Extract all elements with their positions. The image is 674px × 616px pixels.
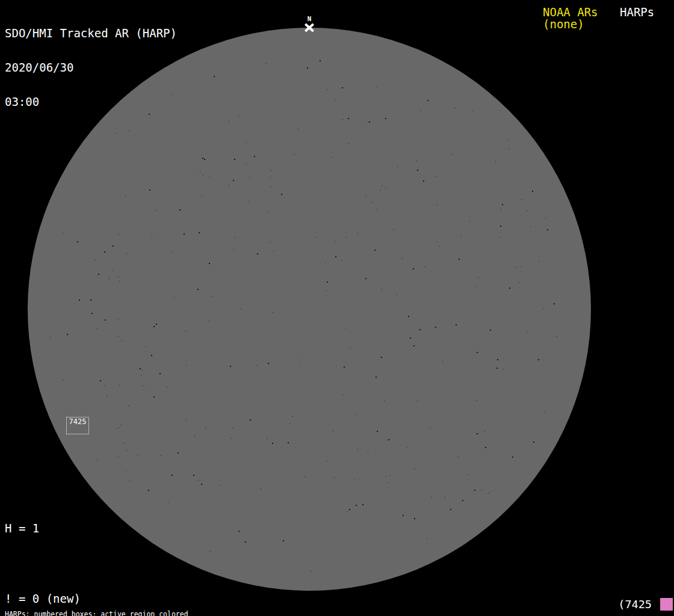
- magnetogram-speckle: [397, 166, 398, 167]
- magnetogram-speckle: [126, 472, 126, 472]
- magnetogram-speckle: [538, 359, 539, 360]
- magnetogram-speckle: [388, 482, 388, 483]
- magnetogram-speckle: [342, 395, 343, 395]
- magnetogram-speckle: [118, 319, 119, 319]
- magnetogram-speckle: [503, 369, 504, 369]
- magnetogram-speckle: [94, 260, 95, 260]
- magnetogram-speckle: [430, 427, 431, 428]
- magnetogram-speckle: [435, 327, 436, 328]
- magnetogram-speckle: [527, 332, 528, 333]
- magnetogram-speckle: [200, 171, 200, 172]
- magnetogram-speckle: [229, 121, 229, 122]
- magnetogram-speckle: [203, 174, 203, 175]
- magnetogram-speckle: [79, 300, 80, 301]
- magnetogram-speckle: [172, 251, 173, 252]
- magnetogram-speckle: [267, 439, 267, 439]
- date-label: 2020/06/30: [5, 62, 177, 73]
- magnetogram-speckle: [532, 191, 533, 192]
- magnetogram-speckle: [416, 161, 417, 161]
- page-title: SDO/HMI Tracked AR (HARP): [5, 28, 177, 39]
- magnetogram-speckle: [155, 210, 156, 211]
- magnetogram-speckle: [509, 149, 510, 149]
- magnetogram-speckle: [477, 400, 477, 401]
- magnetogram-speckle: [292, 416, 293, 417]
- magnetogram-speckle: [462, 500, 463, 501]
- magnetogram-speckle: [142, 370, 143, 371]
- magnetogram-speckle: [403, 515, 404, 516]
- magnetogram-speckle: [427, 100, 428, 101]
- magnetogram-speckle: [107, 396, 107, 396]
- magnetogram-speckle: [496, 368, 498, 369]
- magnetogram-speckle: [371, 202, 372, 203]
- magnetogram-speckle: [128, 405, 129, 406]
- magnetogram-speckle: [268, 211, 269, 212]
- magnetogram-speckle: [256, 365, 257, 366]
- magnetogram-speckle: [488, 493, 489, 494]
- magnetogram-speckle: [249, 177, 250, 178]
- magnetogram-speckle: [445, 497, 445, 497]
- magnetogram-speckle: [417, 401, 418, 401]
- north-label: N: [304, 15, 315, 23]
- magnetogram-speckle: [439, 246, 439, 247]
- magnetogram-speckle: [121, 425, 122, 425]
- magnetogram-speckle: [205, 427, 206, 428]
- magnetogram-speckle: [250, 419, 251, 420]
- magnetogram-speckle: [245, 541, 246, 543]
- magnetogram-speckle: [153, 326, 155, 327]
- magnetogram-speckle: [336, 366, 336, 366]
- magnetogram-speckle: [557, 336, 557, 337]
- magnetogram-speckle: [254, 156, 255, 157]
- magnetogram-speckle: [468, 475, 469, 475]
- magnetogram-speckle: [500, 226, 501, 227]
- magnetogram-speckle: [178, 452, 179, 454]
- magnetogram-speckle: [305, 476, 305, 477]
- magnetogram-speckle: [410, 337, 411, 339]
- magnetogram-speckle: [67, 334, 68, 335]
- magnetogram-speckle: [374, 250, 376, 251]
- magnetogram-speckle: [91, 313, 93, 314]
- magnetogram-speckle: [186, 420, 187, 420]
- magnetogram-speckle: [202, 196, 202, 197]
- magnetogram-speckle: [118, 457, 119, 457]
- magnetogram-speckle: [342, 87, 343, 88]
- magnetogram-speckle: [320, 60, 321, 61]
- magnetogram-speckle: [527, 211, 528, 211]
- magnetogram-speckle: [377, 87, 377, 87]
- magnetogram-speckle: [335, 256, 336, 257]
- magnetogram-speckle: [407, 448, 407, 448]
- magnetogram-speckle: [348, 143, 349, 144]
- magnetogram-speckle: [332, 157, 333, 158]
- magnetogram-speckle: [232, 428, 233, 428]
- magnetogram-speckle: [394, 229, 394, 230]
- magnetogram-speckle: [219, 485, 220, 485]
- magnetogram-speckle: [50, 337, 51, 337]
- magnetogram-speckle: [512, 457, 513, 458]
- magnetogram-speckle: [298, 129, 298, 129]
- magnetogram-speckle: [184, 233, 185, 235]
- magnetogram-speckle: [300, 360, 301, 360]
- harp-key-label: (7425: [618, 599, 652, 611]
- magnetogram-speckle: [109, 279, 110, 279]
- harp-region-number: 7425: [67, 418, 88, 425]
- magnetogram-speckle: [326, 291, 326, 291]
- magnetogram-speckle: [461, 236, 462, 237]
- magnetogram-speckle: [335, 99, 336, 100]
- magnetogram-speckle: [521, 199, 522, 200]
- magnetogram-speckle: [113, 245, 114, 247]
- magnetogram-speckle: [495, 161, 496, 162]
- magnetogram-speckle: [119, 281, 120, 282]
- magnetogram-speckle: [212, 296, 212, 297]
- magnetogram-speckle: [334, 478, 335, 478]
- harps-column-label: HARPs: [620, 7, 654, 18]
- magnetogram-speckle: [246, 142, 247, 143]
- magnetogram-speckle: [97, 328, 97, 329]
- magnetogram-speckle: [153, 396, 155, 398]
- magnetogram-speckle: [427, 538, 427, 539]
- magnetogram-speckle: [90, 300, 91, 301]
- magnetogram-speckle: [204, 159, 205, 160]
- magnetogram-speckle: [240, 309, 241, 309]
- magnetogram-speckle: [197, 289, 199, 290]
- magnetogram-speckle: [289, 423, 290, 424]
- magnetogram-speckle: [519, 282, 520, 283]
- magnetogram-speckle: [193, 475, 194, 476]
